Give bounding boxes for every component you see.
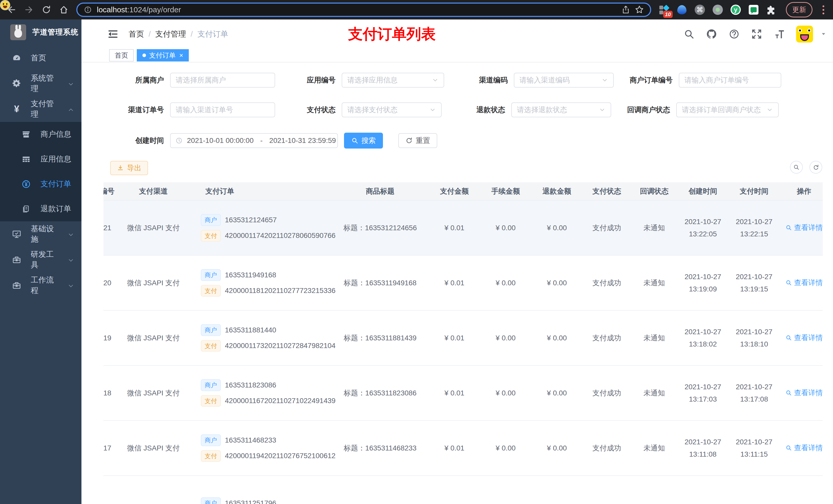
merchant-input-field[interactable] — [176, 76, 269, 84]
breadcrumb-pay[interactable]: 支付管理 — [155, 29, 186, 40]
merchant-no: 1635311949168 — [225, 271, 276, 279]
close-icon[interactable]: × — [179, 52, 183, 58]
sidebar-item-infra[interactable]: 基础设施 — [0, 221, 81, 247]
extension-emoji-icon[interactable] — [0, 0, 10, 10]
cell-refund: ¥ 0.00 — [531, 310, 582, 365]
tab-pay-order[interactable]: 支付订单 × — [137, 49, 189, 62]
view-detail-link[interactable]: 查看详情 — [785, 388, 823, 398]
filter-label: 渠道订单号 — [110, 105, 170, 115]
toggle-search-button[interactable] — [790, 161, 803, 174]
store-icon — [22, 130, 31, 139]
cell-channel: 微信 JSAPI 支付 — [121, 310, 186, 365]
yen-icon: ¥ — [12, 104, 22, 114]
cell-refund: ¥ 0.00 — [531, 365, 582, 421]
sidebar-item-merchant-info[interactable]: 商户信息 — [0, 122, 81, 147]
chevron-down-icon — [68, 80, 74, 87]
cell-notify: 未通知 — [631, 200, 677, 255]
sidebar-item-app-info[interactable]: 应用信息 — [0, 147, 81, 172]
extensions-puzzle-icon[interactable] — [766, 5, 777, 15]
sidebar-item-home[interactable]: 首页 — [0, 45, 81, 71]
extension-y-icon[interactable]: y — [731, 5, 741, 15]
yen-circle-icon — [22, 179, 31, 189]
notify-status-select[interactable]: 请选择订单回调商户状态 — [676, 102, 779, 117]
avatar[interactable] — [796, 26, 813, 43]
forward-icon[interactable] — [24, 5, 34, 15]
cell-fee: ¥ 0.00 — [480, 200, 531, 255]
extension-record-icon[interactable] — [713, 5, 723, 15]
fullscreen-icon[interactable] — [751, 28, 762, 40]
cell-refund: ¥ 0.00 — [531, 421, 582, 476]
cell-status — [582, 476, 631, 504]
col-amount: 支付金额 — [429, 182, 480, 200]
channel-order-no-field[interactable] — [176, 106, 269, 114]
cell-pay-order: 商户1635312124657支付42000011742021102780605… — [186, 200, 331, 255]
browser-extensions: 10 ⌘ y 更新 — [659, 2, 826, 18]
browser-update-button[interactable]: 更新 — [786, 2, 812, 18]
sidebar-submenu-pay: 商户信息 应用信息 支付订单 退款订单 — [0, 122, 81, 221]
view-detail-link[interactable]: 查看详情 — [785, 333, 823, 343]
refresh-button[interactable] — [809, 161, 822, 174]
refund-status-select[interactable]: 请选择退款状态 — [511, 102, 611, 117]
bookmark-star-icon[interactable] — [635, 5, 644, 14]
extension-tasks-icon[interactable]: 10 — [659, 5, 669, 15]
url-bar[interactable]: localhost:1024/pay/order — [76, 3, 651, 17]
dashboard-icon — [12, 53, 22, 63]
app-select[interactable]: 请选择应用信息 — [342, 73, 444, 88]
merchant-input[interactable] — [170, 73, 275, 88]
browser-menu-icon[interactable] — [822, 5, 825, 14]
merchant-tag: 商户 — [201, 434, 221, 446]
github-icon[interactable] — [706, 28, 717, 40]
pay-tag: 支付 — [201, 395, 221, 407]
merchant-order-no-field[interactable] — [685, 76, 776, 84]
site-info-icon[interactable] — [84, 5, 92, 14]
cell-actions: 查看详情 — [780, 310, 823, 365]
search-icon[interactable] — [684, 28, 695, 40]
sidebar-item-system[interactable]: 系统管理 — [0, 71, 81, 96]
reload-icon[interactable] — [42, 5, 51, 15]
share-icon[interactable] — [621, 5, 630, 14]
pay-no-line: 支付4200001181202110277723215336 — [201, 285, 331, 296]
sidebar-item-refund-order[interactable]: 退款订单 — [0, 196, 81, 221]
clock-icon — [175, 137, 183, 144]
cell-title: 标题：1635311881439 — [331, 310, 429, 365]
sidebar-item-devtools[interactable]: 研发工具 — [0, 247, 81, 272]
extension-command-icon[interactable]: ⌘ — [695, 5, 705, 15]
col-pay-order: 支付订单 — [186, 182, 331, 200]
font-size-icon[interactable] — [774, 28, 785, 40]
cell-amount: ¥ 0.01 — [429, 310, 480, 365]
view-detail-link[interactable]: 查看详情 — [785, 443, 823, 453]
cell-refund — [531, 476, 582, 504]
cell-fee: ¥ 0.00 — [480, 310, 531, 365]
breadcrumb-home[interactable]: 首页 — [128, 29, 144, 40]
extension-chat-icon[interactable] — [748, 5, 759, 15]
sidebar-item-workflow[interactable]: 工作流程 — [0, 272, 81, 298]
export-button[interactable]: 导出 — [110, 161, 148, 175]
filter-notify-status: 回调商户状态 请选择订单回调商户状态 — [626, 102, 779, 117]
tab-home[interactable]: 首页 — [109, 49, 134, 62]
cell-actions: 查看详情 — [780, 365, 823, 421]
view-detail-link[interactable]: 查看详情 — [785, 223, 823, 233]
channel-code-select[interactable]: 请输入渠道编码 — [514, 73, 614, 88]
sidebar-fold-icon[interactable] — [108, 29, 118, 40]
merchant-no: 1635311251796 — [225, 499, 276, 504]
date-range-input[interactable]: 2021-10-01 00:00:00 - 2021-10-31 23:59:5… — [170, 133, 338, 148]
view-detail-link[interactable]: 查看详情 — [785, 278, 823, 288]
merchant-order-no-input[interactable] — [679, 73, 781, 88]
home-icon[interactable] — [59, 5, 69, 15]
sidebar-item-pay[interactable]: ¥ 支付管理 — [0, 96, 81, 122]
channel-order-no-input[interactable] — [170, 102, 275, 117]
avatar-caret-icon[interactable] — [821, 31, 826, 37]
cell-pay-time: 2021-10-2713:22:15 — [729, 200, 780, 255]
filter-merchant-order-no: 商户订单编号 — [628, 73, 781, 88]
col-actions: 操作 — [780, 182, 823, 200]
sidebar-item-pay-order[interactable]: 支付订单 — [0, 172, 81, 196]
extension-balloon-icon[interactable] — [677, 5, 687, 15]
cell-create-time: 2021-10-2713:18:02 — [677, 310, 729, 365]
search-button[interactable]: 搜索 — [344, 133, 383, 148]
pay-status-select[interactable]: 请选择支付状态 — [342, 102, 442, 117]
cell-channel: 微信 JSAPI 支付 — [121, 200, 186, 255]
cell-amount — [429, 476, 480, 504]
help-icon[interactable] — [729, 28, 740, 40]
merchant-tag: 商户 — [201, 269, 221, 281]
reset-button[interactable]: 重置 — [398, 133, 437, 148]
